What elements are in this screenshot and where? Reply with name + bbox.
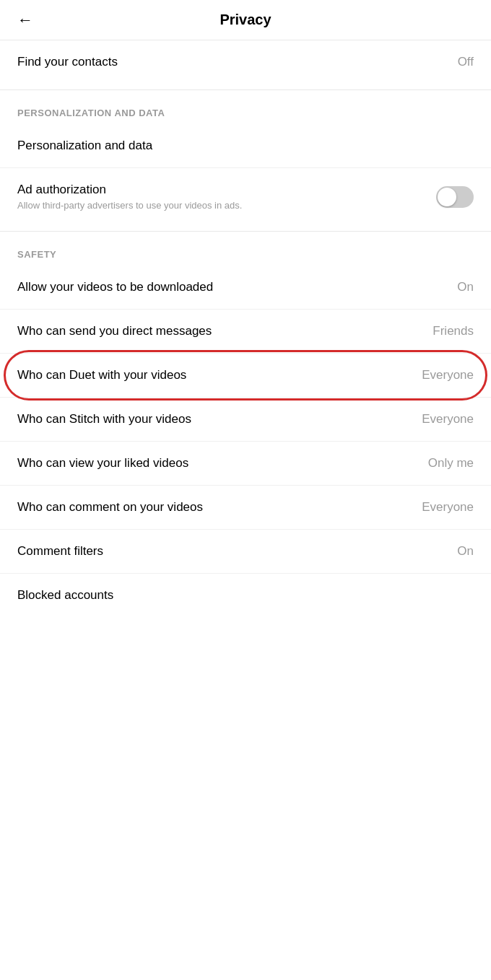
direct-messages-item[interactable]: Who can send you direct messages Friends <box>0 310 491 354</box>
safety-section-header: SAFETY <box>0 235 491 266</box>
toggle-knob <box>438 188 456 206</box>
find-contacts-label: Find your contacts <box>17 55 449 69</box>
back-button[interactable]: ← <box>14 8 36 32</box>
ad-authorization-item[interactable]: Ad authorization Allow third-party adver… <box>0 168 491 225</box>
allow-downloads-value: On <box>457 280 474 294</box>
allow-downloads-label: Allow your videos to be downloaded <box>17 280 448 294</box>
stitch-label: Who can Stitch with your videos <box>17 412 413 426</box>
find-contacts-item[interactable]: Find your contacts Off <box>0 40 491 84</box>
comment-filters-value: On <box>457 544 474 559</box>
allow-downloads-item[interactable]: Allow your videos to be downloaded On <box>0 266 491 310</box>
direct-messages-value: Friends <box>433 324 474 338</box>
blocked-accounts-label: Blocked accounts <box>17 588 474 603</box>
stitch-item[interactable]: Who can Stitch with your videos Everyone <box>0 398 491 442</box>
find-contacts-value: Off <box>458 55 474 69</box>
duet-value: Everyone <box>422 368 474 382</box>
comment-filters-item[interactable]: Comment filters On <box>0 530 491 574</box>
safety-section: SAFETY Allow your videos to be downloade… <box>0 235 491 617</box>
liked-videos-value: Only me <box>428 456 474 471</box>
comment-filters-label: Comment filters <box>17 544 448 559</box>
blocked-accounts-item[interactable]: Blocked accounts <box>0 574 491 617</box>
contacts-section: Find your contacts Off <box>0 40 491 90</box>
personalization-section: PERSONALIZATION AND DATA Personalization… <box>0 93 491 232</box>
comment-videos-label: Who can comment on your videos <box>17 500 413 515</box>
page-header: ← Privacy <box>0 0 491 40</box>
duet-label: Who can Duet with your videos <box>17 368 413 382</box>
ad-authorization-toggle[interactable] <box>436 186 474 208</box>
duet-item[interactable]: Who can Duet with your videos Everyone <box>0 354 491 398</box>
comment-videos-value: Everyone <box>422 500 474 515</box>
ad-authorization-content: Ad authorization Allow third-party adver… <box>17 183 436 211</box>
personalization-section-header: PERSONALIZATION AND DATA <box>0 93 491 124</box>
personalization-data-item[interactable]: Personalization and data <box>0 124 491 168</box>
stitch-value: Everyone <box>422 412 474 426</box>
comment-videos-item[interactable]: Who can comment on your videos Everyone <box>0 486 491 530</box>
liked-videos-label: Who can view your liked videos <box>17 456 420 471</box>
direct-messages-label: Who can send you direct messages <box>17 324 424 338</box>
page-title: Privacy <box>220 12 271 28</box>
personalization-data-label: Personalization and data <box>17 139 474 153</box>
ad-authorization-sublabel: Allow third-party advertisers to use you… <box>17 200 436 211</box>
ad-authorization-label: Ad authorization <box>17 183 436 197</box>
liked-videos-item[interactable]: Who can view your liked videos Only me <box>0 442 491 486</box>
